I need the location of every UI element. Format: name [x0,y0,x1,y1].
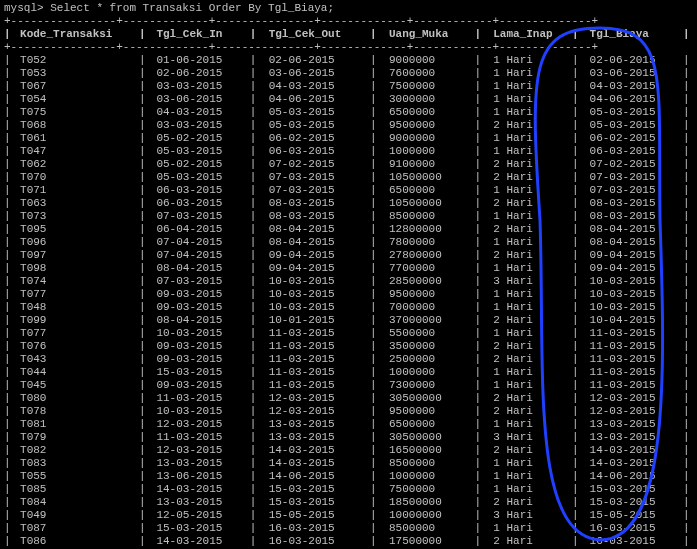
cell-kode: T079 [20,431,132,444]
result-table: | Kode_Transaksi | Tgl_Cek_In | Tgl_Cek_… [4,28,694,549]
cell-lama: 1 Hari [493,366,565,379]
cell-uang: 1000000 [389,366,461,379]
cell-kode: T097 [20,249,132,262]
cell-cek-out: 13-03-2015 [269,431,357,444]
cell-lama: 1 Hari [493,80,565,93]
cell-lama: 1 Hari [493,418,565,431]
table-row: | T079 | 11-03-2015 | 13-03-2015 | 30500… [4,431,694,444]
cell-biaya: 14-03-2015 [590,444,670,457]
cell-uang: 9500000 [389,119,461,132]
table-row: | T086 | 14-03-2015 | 16-03-2015 | 17500… [4,535,694,548]
col-cek-out: Tgl_Cek_Out [269,28,357,41]
col-uang: Uang_Muka [389,28,461,41]
cell-biaya: 09-04-2015 [590,262,670,275]
cell-lama: 1 Hari [493,132,565,145]
cell-uang: 6500000 [389,418,461,431]
cell-kode: T047 [20,145,132,158]
cell-cek-out: 12-03-2015 [269,405,357,418]
cell-biaya: 08-04-2015 [590,223,670,236]
table-row: | T083 | 13-03-2015 | 14-03-2015 | 85000… [4,457,694,470]
cell-kode: T076 [20,340,132,353]
cell-cek-out: 08-03-2015 [269,197,357,210]
cell-biaya: 04-06-2015 [590,93,670,106]
cell-biaya: 14-06-2015 [590,470,670,483]
table-row: | T071 | 06-03-2015 | 07-03-2015 | 65000… [4,184,694,197]
cell-uang: 7300000 [389,379,461,392]
cell-cek-in: 12-03-2015 [156,418,236,431]
cell-biaya: 09-04-2015 [590,249,670,262]
cell-lama: 2 Hari [493,353,565,366]
table-row: | T074 | 07-03-2015 | 10-03-2015 | 28500… [4,275,694,288]
cell-cek-in: 07-03-2015 [156,210,236,223]
cell-cek-out: 03-06-2015 [269,67,357,80]
cell-kode: T071 [20,184,132,197]
cell-uang: 9000000 [389,54,461,67]
cell-cek-out: 14-06-2015 [269,470,357,483]
table-row: | T062 | 05-02-2015 | 07-02-2015 | 91000… [4,158,694,171]
table-row: | T085 | 14-03-2015 | 15-03-2015 | 75000… [4,483,694,496]
table-row: | T077 | 09-03-2015 | 10-03-2015 | 95000… [4,288,694,301]
cell-cek-in: 07-04-2015 [156,249,236,262]
cell-lama: 2 Hari [493,171,565,184]
cell-cek-in: 12-03-2015 [156,444,236,457]
table-row: | T044 | 15-03-2015 | 11-03-2015 | 10000… [4,366,694,379]
cell-cek-in: 13-03-2015 [156,496,236,509]
cell-uang: 7000000 [389,301,461,314]
cell-cek-in: 06-04-2015 [156,223,236,236]
cell-uang: 1000000 [389,470,461,483]
table-row: | T084 | 13-03-2015 | 15-03-2015 | 18500… [4,496,694,509]
cell-cek-in: 06-03-2015 [156,184,236,197]
cell-cek-in: 15-03-2015 [156,522,236,535]
cell-cek-out: 02-06-2015 [269,54,357,67]
cell-lama: 2 Hari [493,405,565,418]
table-row: | T063 | 06-03-2015 | 08-03-2015 | 10500… [4,197,694,210]
cell-cek-out: 12-03-2015 [269,392,357,405]
cell-uang: 18500000 [389,496,461,509]
cell-cek-out: 07-03-2015 [269,171,357,184]
cell-kode: T067 [20,80,132,93]
col-biaya: Tgl_Biaya [590,28,670,41]
cell-cek-out: 16-03-2015 [269,522,357,535]
table-row: | T049 | 12-05-2015 | 15-05-2015 | 10000… [4,509,694,522]
cell-lama: 1 Hari [493,288,565,301]
cell-cek-out: 06-03-2015 [269,145,357,158]
cell-uang: 7500000 [389,80,461,93]
cell-cek-out: 11-03-2015 [269,379,357,392]
cell-biaya: 05-03-2015 [590,119,670,132]
cell-kode: T043 [20,353,132,366]
cell-kode: T098 [20,262,132,275]
cell-biaya: 16-03-2015 [590,522,670,535]
cell-cek-out: 11-03-2015 [269,340,357,353]
col-cek-in: Tgl_Cek_In [156,28,236,41]
table-row: | T080 | 11-03-2015 | 12-03-2015 | 30500… [4,392,694,405]
cell-cek-in: 05-02-2015 [156,132,236,145]
cell-cek-out: 07-03-2015 [269,184,357,197]
cell-lama: 2 Hari [493,223,565,236]
cell-cek-in: 03-06-2015 [156,93,236,106]
cell-uang: 12800000 [389,223,461,236]
cell-uang: 5500000 [389,327,461,340]
separator-mid: +----------------+-------------+--------… [4,41,694,54]
cell-kode: T052 [20,54,132,67]
cell-cek-out: 04-03-2015 [269,80,357,93]
cell-cek-out: 09-04-2015 [269,249,357,262]
sql-prompt: mysql> Select * from Transaksi Order By … [4,2,693,15]
cell-cek-out: 15-03-2015 [269,496,357,509]
cell-kode: T077 [20,327,132,340]
cell-biaya: 03-06-2015 [590,67,670,80]
cell-cek-out: 14-03-2015 [269,457,357,470]
cell-lama: 2 Hari [493,119,565,132]
cell-uang: 10000000 [389,509,461,522]
cell-kode: T062 [20,158,132,171]
cell-biaya: 12-03-2015 [590,392,670,405]
cell-cek-out: 11-03-2015 [269,327,357,340]
cell-kode: T044 [20,366,132,379]
cell-cek-out: 10-03-2015 [269,288,357,301]
cell-cek-out: 11-03-2015 [269,366,357,379]
cell-lama: 2 Hari [493,197,565,210]
cell-kode: T095 [20,223,132,236]
cell-cek-out: 13-03-2015 [269,418,357,431]
table-row: | T077 | 10-03-2015 | 11-03-2015 | 55000… [4,327,694,340]
cell-biaya: 08-03-2015 [590,197,670,210]
cell-cek-in: 09-03-2015 [156,379,236,392]
